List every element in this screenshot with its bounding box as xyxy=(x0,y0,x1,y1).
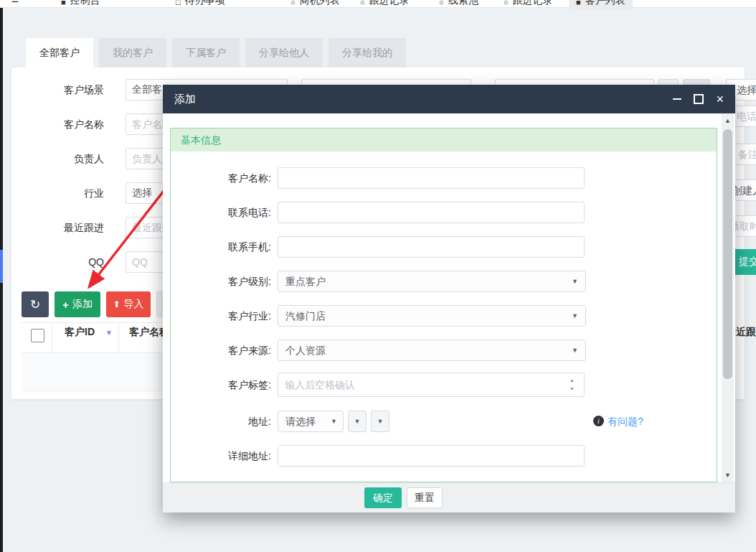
field-label-phone: 联系电话: xyxy=(178,207,271,220)
nav-item-console[interactable]: ■ 控制台 xyxy=(54,0,108,9)
spinner-down-icon[interactable]: ▼ xyxy=(570,386,575,391)
clock-icon: ○ xyxy=(360,0,365,7)
collapsed-sidebar xyxy=(0,7,3,552)
filter-label-customer-name: 客户名称 xyxy=(18,118,104,131)
field-label-mobile: 联系手机: xyxy=(178,241,271,254)
nav-item-label: 跟进记录 xyxy=(513,0,553,7)
refresh-icon: ↻ xyxy=(30,297,40,312)
field-label-customer-tag: 客户标签: xyxy=(178,379,271,392)
address-help-link[interactable]: 有问题? xyxy=(608,416,643,429)
menu-hamburger-icon[interactable]: ≡ xyxy=(11,0,19,8)
add-button[interactable]: + 添加 xyxy=(55,291,100,317)
detail-address-input[interactable] xyxy=(278,445,585,467)
modal-scrollbar[interactable]: ▲ ▼ xyxy=(722,113,734,482)
nav-item-followup-1[interactable]: ○ 跟进记录 xyxy=(353,0,417,9)
customer-name-input[interactable] xyxy=(278,167,585,189)
sidebar-active-indicator xyxy=(0,250,3,283)
nav-item-label: 商机列表 xyxy=(300,0,340,7)
confirm-button[interactable]: 确定 xyxy=(364,487,402,508)
spinner-up-icon[interactable]: ▲ xyxy=(570,378,575,383)
address-province-select[interactable]: 请选择 ▼ xyxy=(278,411,344,432)
tab-shared-to-others[interactable]: 分享给他人 xyxy=(245,38,323,67)
customer-industry-select[interactable]: 汽修门店 ▼ xyxy=(278,305,586,327)
tab-all-customers[interactable]: 全部客户 xyxy=(26,38,93,67)
minimize-icon[interactable] xyxy=(673,98,681,100)
nav-item-label: 跟进记录 xyxy=(369,0,410,7)
maximize-icon[interactable] xyxy=(694,94,704,104)
filter-label-last-followup: 最近跟进 xyxy=(18,222,104,235)
close-icon[interactable]: × xyxy=(716,94,724,104)
window-controls: × xyxy=(673,94,724,104)
scroll-up-icon[interactable]: ▲ xyxy=(722,117,734,124)
field-label-customer-source: 客户来源: xyxy=(178,345,271,357)
caret-down-icon: ▼ xyxy=(572,340,578,360)
field-label-customer-industry: 客户行业: xyxy=(178,310,271,323)
field-label-customer-level: 客户级别: xyxy=(178,276,271,289)
nav-item-label: 待办事项 xyxy=(185,0,225,7)
nav-item-lead-pool[interactable]: ○ 线索池 xyxy=(432,0,486,9)
scrollbar-thumb[interactable] xyxy=(723,129,732,379)
top-navbar: ≡ ■ 控制台 □ 待办事项 ○ 商机列表 ○ 跟进记录 ○ 线索池 ○ 跟进记… xyxy=(0,0,756,8)
address-city-select[interactable]: ▼ xyxy=(348,411,367,432)
nav-item-label: 客户列表 xyxy=(585,0,625,7)
field-label-address: 地址: xyxy=(178,416,271,429)
contact-mobile-input[interactable] xyxy=(278,236,585,258)
customer-source-select[interactable]: 个人资源 ▼ xyxy=(278,340,586,361)
modal-header[interactable]: 添加 × xyxy=(163,85,735,113)
customer-industry-value: 汽修门店 xyxy=(278,306,585,326)
tab-subordinate-customers[interactable]: 下属客户 xyxy=(172,38,240,67)
address-district-select[interactable]: ▼ xyxy=(371,411,389,432)
customer-level-value: 重点客户 xyxy=(278,271,585,291)
modal-title: 添加 xyxy=(174,93,196,106)
nav-item-label: 线索池 xyxy=(448,0,478,7)
filter-label-scene: 客户场景 xyxy=(18,84,104,97)
nav-item-customer-list[interactable]: ■ 客户列表 xyxy=(569,0,633,9)
field-label-detail-address: 详细地址: xyxy=(178,450,271,463)
submit-button-label: 提交 xyxy=(739,256,756,268)
import-button-label: 导入 xyxy=(124,298,144,311)
caret-down-icon: ▼ xyxy=(572,306,578,326)
filter-label-qq: QQ xyxy=(18,256,104,268)
section-title: 基本信息 xyxy=(171,128,717,151)
tab-shared-to-me[interactable]: 分享给我的 xyxy=(329,38,406,67)
filter-label-industry: 行业 xyxy=(18,187,104,200)
user-icon: ○ xyxy=(439,0,444,7)
add-button-label: 添加 xyxy=(72,298,93,311)
customer-tabs: 全部客户 我的客户 下属客户 分享给他人 分享给我的 xyxy=(26,38,406,67)
scroll-down-icon[interactable]: ▼ xyxy=(722,472,734,479)
upload-icon: ⬆ xyxy=(113,299,120,309)
refresh-button[interactable]: ↻ xyxy=(22,291,49,317)
reset-button[interactable]: 重置 xyxy=(407,487,443,508)
column-divider xyxy=(118,323,119,353)
nav-item-followup-2[interactable]: ○ 跟进记录 xyxy=(496,0,560,9)
customer-level-select[interactable]: 重点客户 ▼ xyxy=(278,271,586,292)
modal-footer: 确定 重置 xyxy=(163,482,735,513)
column-divider xyxy=(52,323,52,353)
filter-label-owner: 负责人 xyxy=(18,153,104,166)
caret-down-icon: ▼ xyxy=(331,411,337,431)
list-icon: ■ xyxy=(576,0,581,7)
caret-down-icon: ▼ xyxy=(572,271,578,291)
customer-tag-input[interactable] xyxy=(278,373,585,397)
clock-icon: ○ xyxy=(290,0,296,7)
plus-icon: + xyxy=(62,299,69,311)
nav-item-todo[interactable]: □ 待办事项 xyxy=(169,0,232,9)
nav-item-label: 控制台 xyxy=(70,0,100,7)
import-button[interactable]: ⬆ 导入 xyxy=(106,291,151,317)
contact-phone-input[interactable] xyxy=(278,202,585,223)
caret-down-icon: ▼ xyxy=(354,418,361,425)
caret-down-icon: ▼ xyxy=(377,418,384,425)
basic-info-section: 基本信息 客户名称: 联系电话: 联系手机: 客户级别: 重点客户 ▼ 客户行业… xyxy=(170,128,717,482)
sort-down-icon[interactable]: ▼ xyxy=(105,329,113,337)
app-window: ≡ ■ 控制台 □ 待办事项 ○ 商机列表 ○ 跟进记录 ○ 线索池 ○ 跟进记… xyxy=(0,0,756,552)
tab-my-customers[interactable]: 我的客户 xyxy=(99,38,166,67)
info-icon: i xyxy=(593,416,604,426)
select-all-checkbox[interactable] xyxy=(31,329,44,342)
dashboard-icon: ■ xyxy=(61,0,66,7)
field-label-customer-name: 客户名称: xyxy=(178,172,271,185)
tasks-icon: □ xyxy=(176,0,181,7)
column-header-customer-id[interactable]: 客户ID xyxy=(65,326,95,339)
customer-source-value: 个人资源 xyxy=(278,340,585,360)
clock-icon: ○ xyxy=(504,0,509,7)
nav-item-business[interactable]: ○ 商机列表 xyxy=(283,0,347,9)
